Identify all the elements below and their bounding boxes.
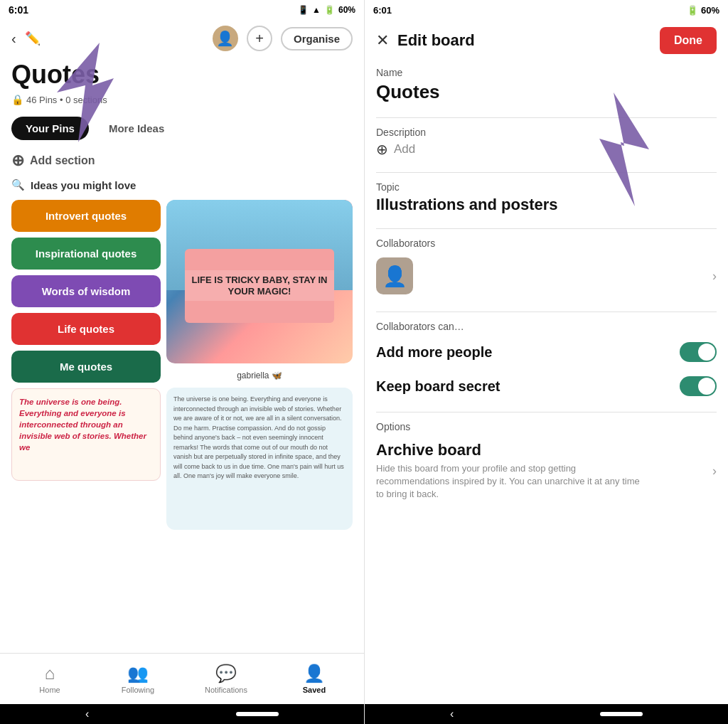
nav-following[interactable]: 👥 Following — [94, 664, 182, 694]
right-status-bar: 6:01 🔋 60% — [365, 0, 728, 20]
edit-board-title: Edit board — [397, 31, 475, 50]
right-home-pill[interactable] — [600, 712, 643, 716]
description-label: Description — [376, 127, 717, 138]
collaborator-chevron: › — [712, 269, 717, 284]
add-section-label: Add section — [30, 154, 95, 167]
archive-info: Archive board Hide this board from your … — [376, 441, 646, 501]
close-button[interactable]: ✕ — [376, 31, 389, 50]
description-add-text: Add — [394, 142, 415, 156]
topic-section: Topic Illustrations and posters — [376, 181, 717, 214]
collaborator-avatar: 👤 — [376, 257, 413, 294]
universe-text: The universe is one being. Everything an… — [19, 398, 146, 452]
nav-home-label: Home — [39, 686, 60, 694]
divider-2 — [376, 172, 717, 173]
right-battery-icon: 🔋 — [687, 5, 698, 16]
board-meta: 🔒 46 Pins • 0 sections — [0, 92, 364, 111]
options-section: Options Archive board Hide this board fr… — [376, 421, 717, 507]
pin-image-2[interactable]: The universe is one being. Everything an… — [166, 388, 353, 530]
nav-notifications-label: Notifications — [205, 686, 247, 694]
pin-image-1[interactable]: LIFE IS TRICKY BABY, STAY IN YOUR MAGIC! — [166, 200, 353, 363]
add-people-row: Add more people — [376, 335, 717, 369]
right-back-arrow[interactable]: ‹ — [450, 708, 454, 720]
tab-your-pins[interactable]: Your Pins — [11, 117, 89, 140]
content-area: Introvert quotes Inspirational quotes Wo… — [0, 194, 364, 653]
back-button[interactable]: ‹ — [11, 31, 16, 47]
add-people-toggle[interactable] — [680, 342, 717, 362]
keep-secret-toggle[interactable] — [680, 376, 717, 396]
name-section: Name Quotes — [376, 67, 717, 103]
pin-text: The universe is one being. Everything an… — [173, 395, 344, 479]
archive-row[interactable]: Archive board Hide this board from your … — [376, 435, 717, 507]
universe-card: The universe is one being. Everything an… — [11, 388, 161, 481]
right-nav-bar: ‹ — [365, 704, 728, 724]
left-time: 6:01 — [9, 4, 28, 16]
right-status-icons: 🔋 60% — [687, 5, 719, 16]
divider-4 — [376, 312, 717, 312]
ideas-header-text: Ideas you might love — [31, 179, 136, 191]
tag-me[interactable]: Me quotes — [11, 351, 161, 383]
nav-following-label: Following — [122, 686, 154, 694]
organise-button[interactable]: Organise — [281, 27, 353, 50]
description-plus-icon: ⊕ — [376, 141, 388, 158]
name-label: Name — [376, 67, 717, 78]
left-home-pill[interactable] — [236, 712, 279, 716]
right-panel: 6:01 🔋 60% ✕ Edit board Done Name Quotes… — [364, 0, 728, 724]
right-top-bar: ✕ Edit board Done — [365, 20, 728, 61]
keep-secret-row: Keep board secret — [376, 369, 717, 403]
add-section[interactable]: ⊕ Add section — [0, 146, 364, 176]
divider-3 — [376, 228, 717, 229]
add-button[interactable]: + — [247, 26, 272, 51]
name-value[interactable]: Quotes — [376, 81, 717, 103]
tag-inspirational[interactable]: Inspirational quotes — [11, 238, 161, 270]
archive-chevron: › — [712, 464, 717, 479]
board-title: Quotes — [0, 57, 364, 92]
tab-more-ideas[interactable]: More Ideas — [95, 117, 178, 140]
wifi-icon: ▲ — [312, 5, 321, 15]
archive-desc: Hide this board from your profile and st… — [376, 462, 646, 501]
add-people-label: Add more people — [376, 344, 492, 361]
nav-saved[interactable]: 👤 Saved — [270, 664, 358, 694]
collaborators-section: Collaborators 👤 › — [376, 238, 717, 297]
edit-icon[interactable]: ✏️ — [25, 31, 41, 46]
tag-introvert[interactable]: Introvert quotes — [11, 200, 161, 232]
description-add-row[interactable]: ⊕ Add — [376, 141, 717, 158]
left-col: Introvert quotes Inspirational quotes Wo… — [11, 200, 161, 647]
home-icon: ⌂ — [45, 664, 55, 683]
collaborators-label: Collaborators — [376, 238, 717, 249]
collab-can-label: Collaborators can… — [376, 321, 717, 332]
whatsapp-icon: 📱 — [298, 5, 309, 15]
divider-1 — [376, 117, 717, 118]
toggle-section: Collaborators can… Add more people Keep … — [376, 321, 717, 403]
keep-secret-thumb — [698, 378, 715, 395]
nav-home[interactable]: ⌂ Home — [6, 664, 94, 694]
notifications-icon: 💬 — [215, 664, 237, 683]
options-label: Options — [376, 421, 717, 432]
tag-life[interactable]: Life quotes — [11, 313, 161, 345]
pin-credit: gabriella 🦋 — [166, 369, 353, 382]
nav-notifications[interactable]: 💬 Notifications — [182, 664, 270, 694]
left-status-icons: 📱 ▲ 🔋 60% — [298, 5, 355, 15]
right-top-left: ✕ Edit board — [376, 31, 475, 50]
tabs-row: Your Pins More Ideas — [0, 111, 364, 146]
saved-icon: 👤 — [304, 664, 325, 683]
left-panel: 6:01 📱 ▲ 🔋 60% ‹ ✏️ 👤 + Organise Quotes … — [0, 0, 364, 724]
board-meta-text: 46 Pins • 0 sections — [26, 95, 107, 105]
add-people-thumb — [698, 344, 715, 361]
edit-form: Name Quotes Description ⊕ Add Topic Illu… — [365, 61, 728, 704]
done-button[interactable]: Done — [660, 27, 717, 54]
description-section: Description ⊕ Add — [376, 127, 717, 158]
collaborator-row[interactable]: 👤 › — [376, 255, 717, 297]
tag-wisdom[interactable]: Words of wisdom — [11, 275, 161, 307]
topic-value[interactable]: Illustrations and posters — [376, 196, 717, 214]
left-status-bar: 6:01 📱 ▲ 🔋 60% — [0, 0, 364, 20]
nav-saved-label: Saved — [303, 686, 326, 694]
left-header: ‹ ✏️ 👤 + Organise — [0, 20, 364, 57]
ideas-header: 🔍 Ideas you might love — [0, 176, 364, 194]
search-icon: 🔍 — [11, 179, 25, 191]
pin-quote-text: LIFE IS TRICKY BABY, STAY IN YOUR MAGIC! — [185, 270, 334, 301]
bottom-nav: ⌂ Home 👥 Following 💬 Notifications 👤 Sav… — [0, 653, 364, 704]
battery-pct: 60% — [338, 5, 355, 15]
right-col: LIFE IS TRICKY BABY, STAY IN YOUR MAGIC!… — [166, 200, 353, 647]
avatar[interactable]: 👤 — [213, 26, 238, 51]
left-back-arrow[interactable]: ‹ — [85, 708, 89, 720]
